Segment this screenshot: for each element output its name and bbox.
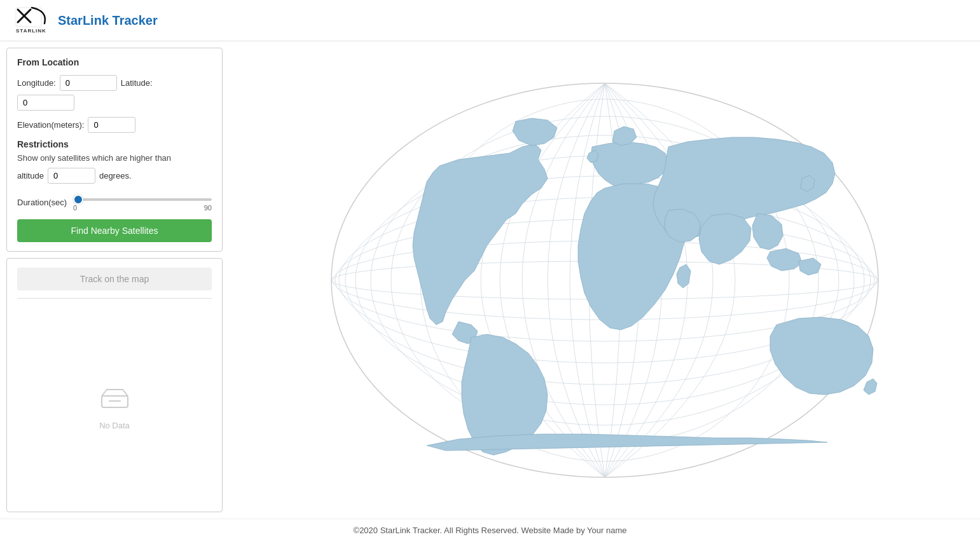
slider-min-label: 0 (73, 204, 77, 212)
no-data-icon (100, 384, 129, 416)
footer-text: ©2020 StarLink Tracker. All Rights Reser… (354, 526, 627, 535)
duration-slider[interactable] (73, 198, 212, 201)
longitude-row: Longitude: Latitude: (17, 75, 212, 111)
main-layout: From Location Longitude: Latitude: Eleva… (0, 41, 980, 519)
from-location-panel: From Location Longitude: Latitude: Eleva… (6, 48, 223, 252)
no-data-text: No Data (99, 421, 130, 430)
duration-row: Duration(sec) 0 90 (17, 193, 212, 212)
slider-labels: 0 90 (73, 204, 212, 212)
elevation-input[interactable] (88, 117, 135, 133)
from-location-title: From Location (17, 57, 212, 67)
altitude-row: altitude degrees. (17, 168, 212, 184)
restrictions-text: Show only satellites which are higher th… (17, 153, 212, 163)
slider-max-label: 90 (204, 204, 212, 212)
find-satellites-button[interactable]: Find Nearby Satellites (17, 219, 212, 242)
app-header: STARLINK StarLink Tracker (0, 0, 980, 41)
altitude-input[interactable] (48, 168, 95, 184)
restrictions-title: Restrictions (17, 139, 212, 149)
svg-text:STARLINK: STARLINK (16, 28, 46, 34)
track-panel: Track on the map No Data (6, 258, 223, 512)
duration-slider-container: 0 90 (73, 193, 212, 212)
longitude-input[interactable] (60, 75, 117, 91)
footer: ©2020 StarLink Tracker. All Rights Reser… (0, 519, 980, 544)
latitude-label: Latitude: (121, 78, 153, 88)
elevation-label: Elevation(meters): (17, 120, 84, 130)
left-panel: From Location Longitude: Latitude: Eleva… (0, 41, 229, 519)
track-on-map-button[interactable]: Track on the map (17, 268, 212, 290)
no-data-section: No Data (17, 311, 212, 503)
map-area (229, 41, 980, 519)
app-title: StarLink Tracker (58, 13, 158, 28)
starlink-logo-icon: STARLINK (13, 4, 48, 36)
logo: STARLINK (13, 4, 48, 36)
degrees-label: degrees. (99, 171, 132, 180)
longitude-label: Longitude: (17, 78, 56, 88)
world-map (319, 71, 891, 490)
inbox-icon (100, 384, 129, 410)
duration-label: Duration(sec) (17, 198, 67, 207)
elevation-row: Elevation(meters): (17, 117, 212, 133)
latitude-input[interactable] (17, 95, 74, 111)
track-divider (17, 298, 212, 299)
altitude-label: altitude (17, 171, 44, 180)
